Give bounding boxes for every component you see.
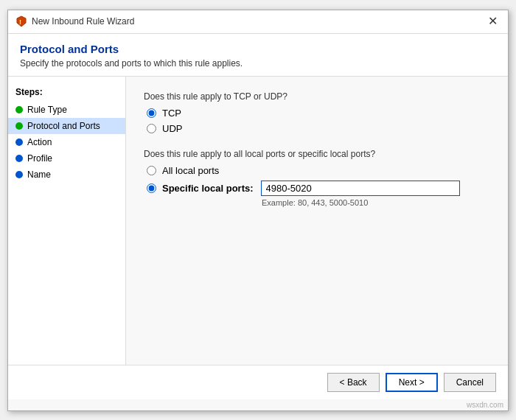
tcp-radio[interactable] <box>147 108 156 118</box>
all-ports-option[interactable]: All local ports <box>147 165 490 176</box>
svg-marker-0 <box>17 16 26 27</box>
ports-radio-group: All local ports Specific local ports: <box>144 165 490 196</box>
ports-question: Does this rule apply to all local ports … <box>144 149 490 159</box>
specific-ports-label: Specific local ports: <box>162 183 254 194</box>
udp-radio[interactable] <box>147 124 156 133</box>
sidebar-item-name[interactable]: Name <box>8 167 125 183</box>
all-ports-radio[interactable] <box>147 166 156 175</box>
sidebar-item-profile[interactable]: Profile <box>8 150 125 167</box>
specific-ports-row: Specific local ports: <box>147 181 490 196</box>
tcp-option[interactable]: TCP <box>147 108 490 119</box>
tcp-label: TCP <box>162 108 181 119</box>
close-button[interactable]: ✕ <box>485 15 501 27</box>
next-button[interactable]: Next > <box>386 373 438 392</box>
specific-ports-radio[interactable] <box>147 183 156 193</box>
sidebar: Steps: Rule Type Protocol and Ports Acti… <box>8 77 126 365</box>
udp-option[interactable]: UDP <box>147 123 490 134</box>
title-bar: ! New Inbound Rule Wizard ✕ <box>8 10 508 34</box>
specific-ports-option[interactable]: Specific local ports: <box>147 183 254 194</box>
cancel-button[interactable]: Cancel <box>444 373 496 392</box>
ports-input[interactable] <box>261 181 460 196</box>
steps-label: Steps: <box>8 84 125 102</box>
footer: < Back Next > Cancel <box>8 365 508 399</box>
sidebar-item-label: Action <box>27 137 52 147</box>
main-panel: Does this rule apply to TCP or UDP? TCP … <box>126 77 508 365</box>
protocol-radio-group: TCP UDP <box>144 108 490 134</box>
ports-section: Does this rule apply to all local ports … <box>144 149 490 207</box>
protocol-section: Does this rule apply to TCP or UDP? TCP … <box>144 91 490 134</box>
sidebar-item-label: Name <box>27 169 51 180</box>
sidebar-item-action[interactable]: Action <box>8 134 125 150</box>
udp-label: UDP <box>162 123 182 134</box>
watermark: wsxdn.com <box>8 399 508 410</box>
all-ports-label: All local ports <box>162 165 219 176</box>
page-subtitle: Specify the protocols and ports to which… <box>20 58 496 69</box>
sidebar-item-protocol-ports[interactable]: Protocol and Ports <box>8 118 125 134</box>
protocol-question: Does this rule apply to TCP or UDP? <box>144 91 490 102</box>
header-section: Protocol and Ports Specify the protocols… <box>8 34 508 77</box>
step-dot-action <box>15 139 23 146</box>
page-title: Protocol and Ports <box>20 43 496 55</box>
title-bar-text: New Inbound Rule Wizard <box>32 16 134 27</box>
step-dot-profile <box>15 155 23 162</box>
svg-text:!: ! <box>19 18 21 26</box>
content-area: Steps: Rule Type Protocol and Ports Acti… <box>8 77 508 365</box>
wizard-icon: ! <box>15 15 27 27</box>
title-bar-left: ! New Inbound Rule Wizard <box>15 15 134 27</box>
sidebar-item-label: Protocol and Ports <box>27 121 100 131</box>
step-dot-protocol-ports <box>15 122 23 130</box>
step-dot-rule-type <box>15 106 23 113</box>
sidebar-item-label: Profile <box>27 153 52 164</box>
wizard-window: ! New Inbound Rule Wizard ✕ Protocol and… <box>7 10 509 411</box>
ports-example: Example: 80, 443, 5000-5010 <box>144 198 490 207</box>
sidebar-item-label: Rule Type <box>27 105 67 115</box>
sidebar-item-rule-type[interactable]: Rule Type <box>8 102 125 118</box>
back-button[interactable]: < Back <box>327 373 380 392</box>
step-dot-name <box>15 171 23 178</box>
